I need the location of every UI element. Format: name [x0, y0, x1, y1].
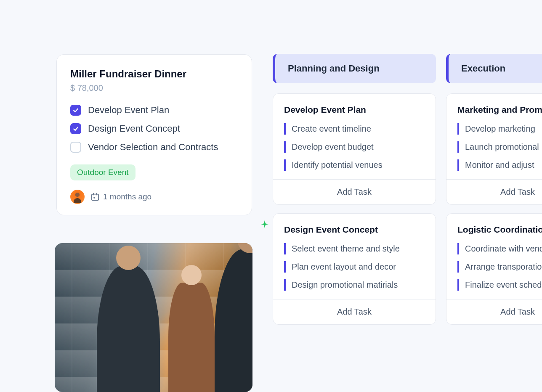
checklist-label: Design Event Concept — [88, 123, 180, 134]
avatar[interactable] — [70, 190, 85, 204]
event-meta: 1 months ago — [70, 190, 238, 204]
add-task-button[interactable]: Add Task — [273, 299, 436, 324]
task-card[interactable]: Marketing and Promotion Develop marketin… — [446, 93, 542, 205]
event-photo — [55, 243, 252, 392]
subtask[interactable]: Develop event budget — [284, 141, 425, 153]
checkbox-checked-icon[interactable] — [70, 123, 81, 134]
subtask[interactable]: Monitor and adjust — [457, 159, 542, 171]
add-task-button[interactable]: Add Task — [446, 179, 542, 204]
add-task-button[interactable]: Add Task — [446, 299, 542, 324]
subtask[interactable]: Plan event layout and decor — [284, 261, 425, 273]
event-amount: $ 78,000 — [70, 83, 238, 93]
subtask[interactable]: Create event timeline — [284, 123, 425, 135]
subtask[interactable]: Identify potential venues — [284, 159, 425, 171]
column-header[interactable]: Execution — [446, 54, 542, 83]
app-canvas: Miller Fundraiser Dinner $ 78,000 Develo… — [0, 0, 542, 392]
task-card[interactable]: Develop Event Plan Create event timeline… — [273, 93, 436, 205]
checklist-label: Vendor Selection and Contracts — [88, 142, 218, 153]
column-header[interactable]: Planning and Design — [273, 54, 436, 83]
add-task-button[interactable]: Add Task — [273, 179, 436, 204]
svg-rect-3 — [93, 197, 95, 199]
checkbox-unchecked-icon[interactable] — [70, 142, 81, 153]
checklist-item[interactable]: Vendor Selection and Contracts — [70, 142, 238, 153]
subtask[interactable]: Design promotional matirials — [284, 279, 425, 291]
event-date-text: 1 months ago — [103, 192, 151, 201]
event-tag[interactable]: Outdoor Event — [70, 164, 136, 180]
event-checklist: Develop Event Plan Design Event Concept … — [70, 105, 238, 153]
subtask[interactable]: Arrange transporation — [457, 261, 542, 273]
subtask[interactable]: Finalize event schedule — [457, 279, 542, 291]
checklist-item[interactable]: Design Event Concept — [70, 123, 238, 134]
column-planning: Planning and Design Develop Event Plan C… — [273, 54, 436, 333]
event-card[interactable]: Miller Fundraiser Dinner $ 78,000 Develo… — [56, 54, 252, 215]
checkbox-checked-icon[interactable] — [70, 105, 81, 116]
subtask[interactable]: Develop marketing — [457, 123, 542, 135]
event-title: Miller Fundraiser Dinner — [70, 68, 238, 80]
task-card[interactable]: Design Event Concept Select event theme … — [273, 213, 436, 325]
task-title: Marketing and Promotion — [457, 105, 542, 115]
checklist-label: Develop Event Plan — [88, 105, 169, 116]
column-execution: Execution Marketing and Promotion Develo… — [446, 54, 542, 333]
task-title: Design Event Concept — [284, 225, 425, 235]
calendar-icon — [90, 192, 100, 201]
sparkle-icon — [260, 220, 269, 229]
task-title: Logistic Coordination — [457, 225, 542, 235]
task-title: Develop Event Plan — [284, 105, 425, 115]
subtask[interactable]: Select event theme and style — [284, 243, 425, 254]
subtask[interactable]: Launch promotional — [457, 141, 542, 153]
event-date: 1 months ago — [90, 192, 151, 201]
subtask[interactable]: Coordinate with vendors — [457, 243, 542, 254]
checklist-item[interactable]: Develop Event Plan — [70, 105, 238, 116]
task-card[interactable]: Logistic Coordination Coordinate with ve… — [446, 213, 542, 325]
